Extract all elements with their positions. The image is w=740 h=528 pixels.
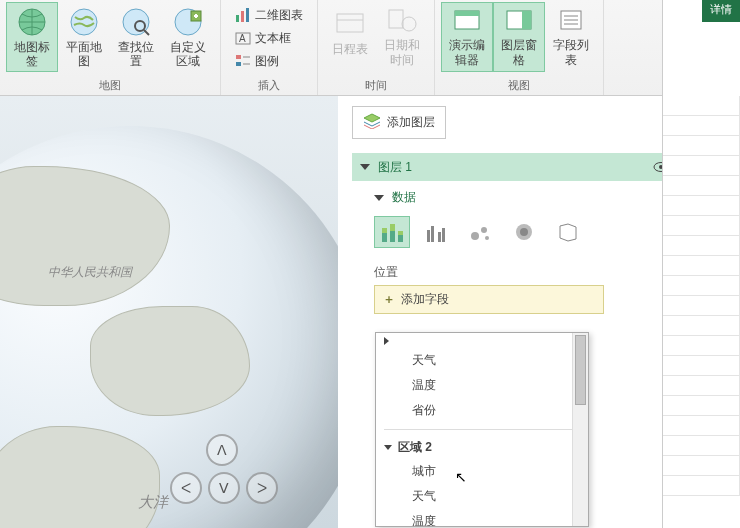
plus-icon: ＋ <box>383 291 395 308</box>
viz-region[interactable] <box>550 216 586 248</box>
svg-rect-15 <box>236 62 241 66</box>
field-dropdown: 天气 温度 省份 区域 2 城市 天气 温度 省份 <box>375 332 589 527</box>
scrollbar-thumb[interactable] <box>575 335 586 405</box>
cell[interactable] <box>663 176 740 196</box>
btn-label: 图例 <box>255 53 279 70</box>
dropdown-item[interactable]: 城市 <box>376 459 588 484</box>
cell[interactable] <box>663 236 740 256</box>
nav-right-button[interactable]: ᐳ <box>246 472 278 504</box>
nav-down-button[interactable]: ᐯ <box>208 472 240 504</box>
custom-region-icon <box>172 7 204 37</box>
map-label-ocean: 大洋 <box>138 493 168 512</box>
chart2d-button[interactable]: 二维图表 <box>231 4 307 26</box>
dropdown-item[interactable]: 天气 <box>376 348 588 373</box>
dropdown-item[interactable]: 天气 <box>376 484 588 509</box>
ribbon-group-insert: 二维图表 A文本框 图例 插入 <box>221 0 318 95</box>
cell[interactable] <box>663 296 740 316</box>
cell[interactable] <box>663 116 740 136</box>
cell[interactable] <box>663 456 740 476</box>
globe <box>0 126 338 528</box>
dropdown-group: 区域 2 城市 天气 温度 省份 <box>376 432 588 527</box>
svg-point-43 <box>481 227 487 233</box>
nav-up-row: ᐱ <box>206 434 238 466</box>
collapse-icon[interactable] <box>360 164 370 170</box>
caret-down-icon <box>384 445 392 450</box>
cell[interactable] <box>663 276 740 296</box>
cell[interactable] <box>663 336 740 356</box>
btn-label: 文本框 <box>255 30 291 47</box>
layer-window-button[interactable]: 图层窗格 <box>493 2 545 72</box>
svg-rect-18 <box>337 14 363 32</box>
dropdown-scrollbar[interactable] <box>572 333 588 526</box>
btn-label: 二维图表 <box>255 7 303 24</box>
dropdown-list[interactable]: 天气 温度 省份 区域 2 城市 天气 温度 省份 <box>376 333 588 527</box>
collapse-icon[interactable] <box>374 195 384 201</box>
dropdown-item[interactable]: 温度 <box>376 373 588 398</box>
add-field-button[interactable]: ＋ 添加字段 <box>374 285 604 314</box>
cell[interactable] <box>663 216 740 236</box>
svg-rect-33 <box>382 228 387 233</box>
svg-text:A: A <box>239 33 246 44</box>
svg-point-42 <box>471 232 479 240</box>
landmass <box>0 426 160 528</box>
custom-region-button[interactable]: 自定义区域 <box>162 2 214 72</box>
btn-label: 图层窗格 <box>496 38 542 67</box>
svg-rect-37 <box>398 231 403 235</box>
data-label: 数据 <box>392 189 416 206</box>
excel-tab[interactable]: 详情 <box>702 0 740 22</box>
nav-left-button[interactable]: ᐸ <box>170 472 202 504</box>
workspace: 中华人民共和国 大洋 ᐱ ᐸ ᐯ ᐳ ✕ 添加图层 图层 1 ✕ 数据 <box>0 96 740 528</box>
dropdown-item[interactable]: 省份 <box>376 398 588 423</box>
svg-rect-40 <box>438 232 441 242</box>
group-label: 地图 <box>99 76 121 94</box>
cell[interactable] <box>663 96 740 116</box>
field-list-button[interactable]: 字段列表 <box>545 2 597 72</box>
dropdown-group-header[interactable]: 区域 2 <box>376 436 588 459</box>
cell[interactable] <box>663 136 740 156</box>
bar-chart-icon <box>235 7 251 23</box>
add-layer-button[interactable]: 添加图层 <box>352 106 446 139</box>
legend-button[interactable]: 图例 <box>231 50 307 72</box>
ribbon-group-time: 日程表 日期和时间 时间 <box>318 0 435 95</box>
dropdown-item[interactable]: 温度 <box>376 509 588 527</box>
cell[interactable] <box>663 476 740 496</box>
landmass <box>0 166 170 306</box>
viz-bubble[interactable] <box>462 216 498 248</box>
svg-rect-38 <box>427 230 430 242</box>
cell[interactable] <box>663 436 740 456</box>
textbox-button[interactable]: A文本框 <box>231 27 307 49</box>
cells <box>663 96 740 528</box>
cell[interactable] <box>663 316 740 336</box>
svg-rect-14 <box>236 55 241 59</box>
cell[interactable] <box>663 376 740 396</box>
viz-stacked-column[interactable] <box>374 216 410 248</box>
dropdown-group-header[interactable] <box>376 337 588 348</box>
svg-rect-35 <box>390 224 395 231</box>
demo-editor-icon <box>451 7 483 35</box>
demo-editor-button[interactable]: 演示编辑器 <box>441 2 493 72</box>
cell[interactable] <box>663 196 740 216</box>
svg-point-44 <box>485 236 489 240</box>
cell[interactable] <box>663 356 740 376</box>
flat-map-button[interactable]: 平面地图 <box>58 2 110 72</box>
cell[interactable] <box>663 396 740 416</box>
btn-label: 字段列表 <box>548 38 594 67</box>
viz-heat[interactable] <box>506 216 542 248</box>
cell[interactable] <box>663 416 740 436</box>
btn-label: 自定义区域 <box>165 40 211 69</box>
map-labels-button[interactable]: 地图标签 <box>6 2 58 72</box>
cell[interactable] <box>663 256 740 276</box>
btn-label: 日程表 <box>332 42 368 56</box>
find-location-button[interactable]: 查找位置 <box>110 2 162 72</box>
datetime-icon <box>386 7 418 35</box>
cell[interactable] <box>663 156 740 176</box>
datetime-button: 日期和时间 <box>376 2 428 72</box>
nav-lr-row: ᐸ ᐯ ᐳ <box>170 472 278 504</box>
viz-clustered-column[interactable] <box>418 216 454 248</box>
map-view[interactable]: 中华人民共和国 大洋 ᐱ ᐸ ᐯ ᐳ <box>0 96 338 528</box>
spreadsheet-edge: 详情 <box>662 0 740 528</box>
svg-point-46 <box>520 228 528 236</box>
ribbon: 地图标签 平面地图 查找位置 自定义区域 地图 二维图表 A文本框 图例 <box>0 0 740 96</box>
landmass <box>90 306 250 416</box>
nav-up-button[interactable]: ᐱ <box>206 434 238 466</box>
